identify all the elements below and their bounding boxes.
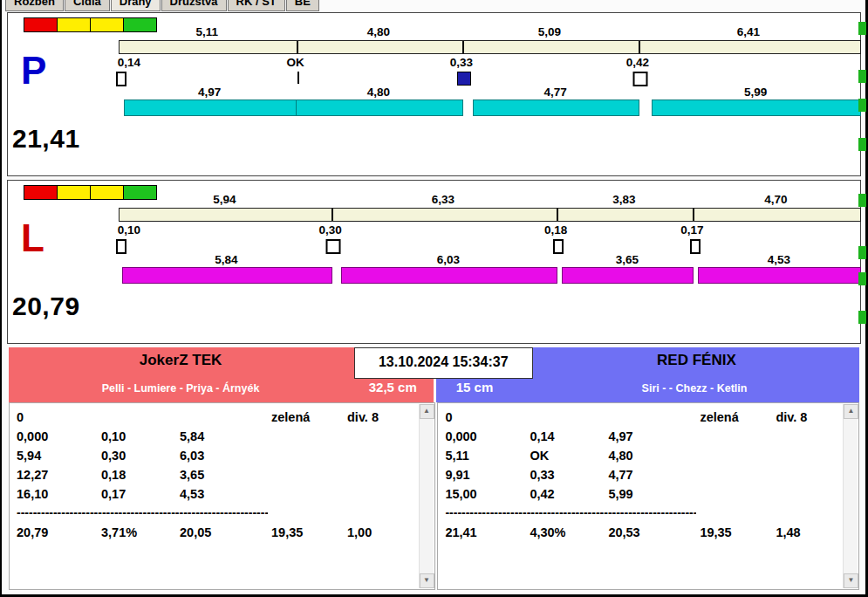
tab-bar: RozbehČidlaDráhyDružstváRK / STBE (5, 0, 320, 10)
result-cell: zelená (700, 408, 776, 427)
split-divider (462, 41, 464, 53)
edge-marker-green (858, 272, 866, 285)
result-cell: div. 8 (776, 408, 807, 427)
split-track-bar (119, 208, 861, 222)
result-cell: 0 (445, 408, 530, 427)
result-cell: 0,18 (101, 465, 180, 484)
result-cell (271, 427, 347, 446)
split-time: 6,41 (737, 25, 760, 38)
tab-drahy[interactable]: Dráhy (111, 0, 161, 11)
crossing-marker-filled (457, 72, 471, 86)
crossing-marker-bar (690, 239, 701, 254)
tab-cidla[interactable]: Čidla (65, 0, 110, 11)
result-cell: 4,77 (608, 465, 700, 484)
result-cell (271, 484, 347, 504)
result-row: 12,270,183,65 (17, 465, 434, 484)
tab-label: BE (295, 0, 311, 8)
crossing-markers (119, 71, 859, 85)
lane-panel-l: L 5,946,333,834,70 0,100,300,180,17 5,84… (7, 180, 861, 344)
team-right-dogs: Siri - - Chezz - Ketlin (534, 382, 855, 395)
split-divider (693, 209, 694, 221)
lane-timeline: 5,114,805,096,41 0,14OK0,330,42 4,974,80… (119, 25, 859, 165)
flyball-timing-window: RozbehČidlaDráhyDružstváRK / STBE P 5,11… (0, 0, 868, 597)
result-cell: 0,17 (101, 484, 180, 504)
result-row: 9,910,334,77 (445, 465, 858, 484)
results-scrollbar[interactable]: ▲ ▼ (843, 404, 858, 588)
tab-rk-st[interactable]: RK / ST (228, 0, 285, 11)
status-light (57, 185, 91, 200)
summary-cell: 1,48 (776, 521, 800, 544)
result-cell: 0,000 (445, 427, 530, 446)
team-right-jump-height: 15 cm (445, 380, 504, 395)
split-time: 4,70 (764, 193, 787, 206)
result-cell: 4,97 (608, 427, 700, 446)
summary-cell: 1,00 (347, 521, 372, 544)
scroll-up-button[interactable]: ▲ (844, 404, 858, 419)
lane-timeline: 5,946,333,834,70 0,100,300,180,17 5,846,… (119, 193, 859, 333)
result-cell (700, 427, 776, 446)
result-row: 0,0000,105,84 (17, 427, 434, 446)
result-cell (608, 408, 700, 427)
result-cell: 5,11 (445, 446, 530, 465)
crossing-time: 0,30 (318, 223, 341, 237)
team-right-name: RED FÉNIX (534, 352, 859, 369)
tab-label: Rozbeh (14, 0, 55, 8)
status-light (24, 17, 58, 32)
crossing-time: 0,17 (680, 223, 703, 237)
results-scrollbar[interactable]: ▲ ▼ (419, 404, 434, 588)
split-divider (557, 209, 558, 221)
result-cell: 4,80 (608, 446, 700, 465)
crossing-time: 0,14 (118, 56, 140, 69)
crossing-marker-open (633, 72, 648, 86)
summary-cell: 20,05 (180, 521, 271, 544)
clean-time: 3,65 (616, 253, 639, 266)
clean-time-bar (698, 267, 861, 284)
tab-be[interactable]: BE (286, 0, 319, 11)
split-time: 5,94 (213, 193, 236, 206)
scoreboard: JokerZ TEK Pelli - Lumiere - Priya - Árn… (9, 347, 859, 592)
clean-time-bar (473, 100, 639, 116)
scroll-down-button[interactable]: ▼ (420, 573, 434, 588)
result-row: 0,0000,144,97 (445, 427, 858, 446)
result-cell: 15,00 (445, 484, 530, 504)
clean-time-bar (296, 100, 463, 116)
crossing-time: 0,33 (450, 56, 473, 69)
results-table: 0zelenádiv. 80,0000,105,845,940,306,0312… (10, 403, 434, 544)
summary-row: 20,793,71%20,0519,351,00 (17, 521, 434, 544)
status-light (57, 17, 91, 32)
tab-label: Čidla (73, 0, 101, 8)
crossing-time: 0,18 (544, 223, 567, 237)
result-cell: 0,30 (101, 446, 180, 465)
result-cell: 5,84 (180, 427, 271, 446)
tab-label: Dráhy (120, 0, 152, 8)
result-cell: 4,53 (180, 484, 271, 504)
clean-time: 4,53 (768, 253, 790, 266)
edge-marker-green (858, 22, 866, 35)
result-cell (700, 446, 776, 465)
summary-cell: 4,30% (530, 521, 608, 544)
clean-time-labels: 4,974,804,775,99 (119, 86, 859, 99)
edge-marker-green (858, 194, 866, 207)
result-cell (700, 465, 776, 484)
lane-panel-p: P 5,114,805,096,41 0,14OK0,330,42 4,974,… (7, 12, 861, 176)
scroll-down-button[interactable]: ▼ (844, 573, 858, 588)
separator-line: ----------------------------------------… (445, 504, 696, 521)
scroll-up-button[interactable]: ▲ (420, 404, 434, 419)
split-time: 4,80 (367, 25, 390, 38)
result-cell (101, 408, 180, 427)
clean-time-labels: 5,846,033,654,53 (119, 253, 859, 266)
result-row: 0zelenádiv. 8 (17, 408, 434, 427)
result-cell: 12,27 (17, 465, 101, 484)
split-divider (297, 41, 298, 53)
clean-time-bar (562, 267, 694, 284)
tab-rozbeh[interactable]: Rozbeh (5, 0, 64, 11)
split-time-labels: 5,114,805,096,41 (119, 25, 859, 38)
clean-time-bar (652, 100, 861, 116)
clean-time-bars (119, 267, 859, 283)
clean-time-bar (341, 267, 557, 284)
crossing-marker-open (325, 239, 340, 254)
edge-marker-green (858, 138, 866, 151)
split-time: 5,09 (538, 25, 561, 38)
split-track-bar (119, 40, 861, 54)
tab-druzstva[interactable]: Družstvá (161, 0, 227, 11)
